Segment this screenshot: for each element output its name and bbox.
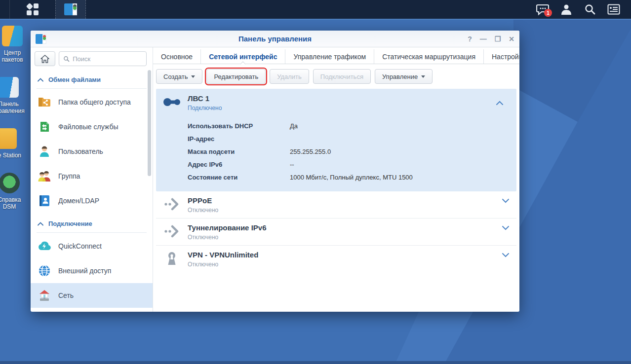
- sidebar-item-user[interactable]: Пользователь: [31, 139, 153, 164]
- notifications-button[interactable]: 1: [534, 2, 551, 17]
- expand-chevron-down-icon[interactable]: [502, 223, 510, 232]
- globe-icon: [38, 264, 51, 278]
- tab-bar: Основное Сетевой интерфейс Управление тр…: [153, 49, 519, 64]
- section-header-connectivity[interactable]: Подключение: [31, 217, 153, 230]
- detail-label: Использовать DHCP: [188, 122, 290, 130]
- manage-button[interactable]: Управление: [375, 69, 433, 84]
- minimize-button[interactable]: —: [480, 36, 487, 42]
- detail-value: Да: [290, 122, 298, 130]
- collapse-chevron-up-icon[interactable]: [496, 99, 504, 108]
- detail-row: Маска подсети 255.255.255.0: [188, 145, 511, 158]
- button-label: Управление: [382, 73, 418, 80]
- sidebar-item-label: Домен/LDAP: [58, 197, 99, 205]
- tab-label: Основное: [161, 53, 193, 61]
- desktop-icon-label: File Station: [0, 152, 25, 159]
- tab-settings[interactable]: Настройки: [483, 49, 519, 64]
- interface-lan-panel[interactable]: ЛВС 1 Подключено Использовать DHCP Да: [156, 89, 516, 191]
- sidebar-item-domain-ldap[interactable]: Домен/LDAP: [31, 188, 153, 213]
- user-icon: [560, 3, 572, 15]
- sidebar-scrollbar[interactable]: [148, 70, 151, 176]
- detail-value: --: [290, 161, 294, 168]
- button-label: Подключиться: [320, 73, 363, 80]
- sidebar-item-label: Файловые службы: [58, 123, 118, 131]
- search-icon: [584, 3, 596, 15]
- search-icon: [63, 55, 70, 63]
- vpn-keyhole-icon: [162, 250, 182, 267]
- sidebar-item-file-services[interactable]: Файловые службы: [31, 114, 153, 139]
- divider: [37, 88, 147, 89]
- edit-button[interactable]: Редактировать: [206, 69, 266, 84]
- control-panel-task-icon: [64, 3, 77, 15]
- sidebar-item-shared-folder[interactable]: Папка общего доступа: [31, 90, 153, 114]
- lan-connector-icon: [162, 94, 182, 110]
- sidebar-item-label: Папка общего доступа: [58, 98, 131, 106]
- interface-status: Подключено: [188, 105, 222, 111]
- interface-ipv6-tunnel-row[interactable]: Туннелирование IPv6 Отключено: [156, 218, 516, 246]
- show-desktop-button[interactable]: [0, 0, 10, 19]
- expand-chevron-down-icon[interactable]: [502, 196, 510, 205]
- package-center-icon: [2, 26, 23, 46]
- tab-label: Статическая маршрутизация: [382, 53, 475, 61]
- dsm-help-icon: [0, 173, 20, 193]
- detail-row: IP-адрес: [188, 132, 511, 145]
- sidebar-item-label: Пользователь: [58, 147, 103, 155]
- sidebar-item-quickconnect[interactable]: QuickConnect: [31, 234, 153, 258]
- main-menu-button[interactable]: [10, 0, 55, 19]
- delete-button[interactable]: Удалить: [270, 69, 309, 84]
- network-house-icon: [38, 289, 51, 302]
- widgets-button[interactable]: [605, 2, 622, 17]
- tab-static-route[interactable]: Статическая маршрутизация: [374, 49, 483, 64]
- tab-general[interactable]: Основное: [153, 49, 200, 64]
- main-menu-icon: [27, 3, 39, 15]
- detail-label: IP-адрес: [188, 135, 290, 143]
- user-options-button[interactable]: [558, 2, 575, 17]
- main-panel: Основное Сетевой интерфейс Управление тр…: [153, 47, 519, 312]
- close-button[interactable]: ✕: [509, 36, 514, 42]
- quickconnect-icon: [38, 239, 51, 253]
- maximize-button[interactable]: ❒: [495, 36, 501, 42]
- taskbar-control-panel-button[interactable]: [55, 0, 86, 19]
- caret-down-icon: [421, 75, 425, 78]
- file-services-icon: [38, 120, 51, 134]
- sidebar-item-label: Внешний доступ: [58, 267, 111, 275]
- tab-traffic-control[interactable]: Управление трафиком: [285, 49, 374, 64]
- sidebar-item-dhcp-server[interactable]: DHCP Server: [31, 308, 153, 312]
- sidebar-item-label: Группа: [58, 172, 80, 180]
- lan-details: Использовать DHCP Да IP-адрес Маска подс…: [188, 119, 511, 183]
- interface-list: ЛВС 1 Подключено Использовать DHCP Да: [153, 88, 519, 312]
- interface-status: Отключено: [188, 234, 267, 241]
- tab-label: Управление трафиком: [293, 53, 366, 61]
- control-panel-icon: [0, 77, 19, 98]
- section-header-file-sharing[interactable]: Обмен файлами: [31, 73, 153, 86]
- help-button[interactable]: ?: [468, 36, 472, 42]
- interface-vpn-row[interactable]: VPN - VPNUnlimited Отключено: [156, 246, 516, 272]
- home-button[interactable]: [35, 51, 55, 66]
- search-input[interactable]: [73, 55, 142, 63]
- desktop-icon-label: Панель управления: [0, 101, 27, 114]
- desktop-icon-label: Справка DSM: [0, 196, 28, 210]
- detail-label: Состояние сети: [188, 174, 290, 181]
- sidebar-item-group[interactable]: Группа: [31, 164, 153, 188]
- window-titlebar[interactable]: Панель управления ? — ❒ ✕: [31, 31, 519, 47]
- connect-button[interactable]: Подключиться: [313, 69, 371, 84]
- tab-network-interface[interactable]: Сетевой интерфейс: [200, 49, 285, 64]
- create-button[interactable]: Создать: [156, 69, 202, 84]
- sidebar-item-external-access[interactable]: Внешний доступ: [31, 258, 153, 283]
- interface-title: ЛВС 1: [188, 94, 222, 103]
- expand-chevron-down-icon[interactable]: [502, 251, 510, 259]
- section-title: Обмен файлами: [48, 76, 101, 83]
- button-label: Создать: [163, 73, 188, 80]
- sidebar-search-box[interactable]: [59, 51, 147, 66]
- chevron-up-icon: [38, 78, 43, 82]
- detail-row: Использовать DHCP Да: [188, 119, 511, 132]
- search-button[interactable]: [582, 2, 598, 17]
- interface-title: Туннелирование IPv6: [188, 223, 267, 232]
- home-icon: [40, 55, 49, 63]
- detail-value: 1000 Мбит/с, Полный дуплекс, MTU 1500: [290, 174, 413, 181]
- pppoe-icon: [162, 196, 182, 213]
- sidebar-item-network[interactable]: Сеть: [31, 283, 153, 308]
- domain-ldap-icon: [38, 194, 51, 208]
- interface-pppoe-row[interactable]: PPPoE Отключено: [156, 191, 516, 218]
- sidebar-item-label: Сеть: [58, 291, 74, 299]
- section-title: Подключение: [48, 220, 92, 227]
